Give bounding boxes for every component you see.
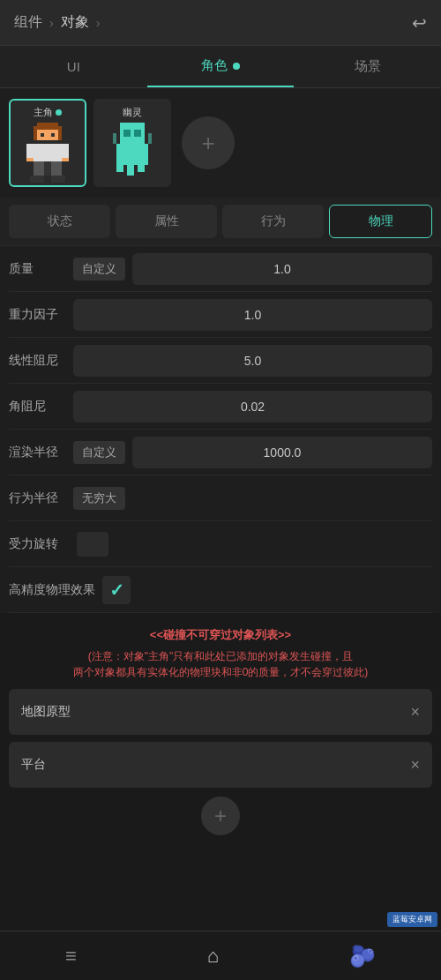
physics-properties: 质量 自定义 1.0 重力因子 1.0 线性阻尼 5.0 角阻尼 0.02 渲染… <box>0 246 441 613</box>
angular-damping-row: 角阻尼 0.02 <box>9 384 432 430</box>
render-radius-label: 渲染半径 <box>9 445 66 460</box>
character-label-main: 主角 <box>14 106 81 119</box>
rotation-force-toggle[interactable] <box>77 532 108 557</box>
rotation-force-label: 受力旋转 <box>9 536 66 552</box>
character-list: 主角 <box>0 88 441 198</box>
breadcrumb-arrow-2: › <box>96 16 101 30</box>
linear-damping-label: 线性阻尼 <box>9 353 66 369</box>
checkmark-icon: ✓ <box>109 580 124 601</box>
high-precision-row: 高精度物理效果 ✓ <box>9 567 432 613</box>
high-precision-label: 高精度物理效果 <box>9 582 95 598</box>
svg-rect-23 <box>113 133 116 144</box>
tab-behavior[interactable]: 行为 <box>222 205 324 238</box>
breadcrumb-item-1[interactable]: 组件 <box>14 13 42 32</box>
svg-rect-13 <box>44 161 51 176</box>
avatar-icon[interactable]: 🫐 <box>349 944 376 969</box>
main-sprite-svg <box>26 123 69 183</box>
svg-rect-7 <box>62 144 69 158</box>
behavior-radius-badge[interactable]: 无穷大 <box>73 487 125 510</box>
mass-value[interactable]: 1.0 <box>132 253 432 285</box>
ghost-sprite-svg <box>113 123 152 183</box>
svg-rect-15 <box>51 176 65 183</box>
svg-rect-17 <box>116 144 148 165</box>
tab-physics[interactable]: 物理 <box>329 205 432 238</box>
gravity-label: 重力因子 <box>9 307 66 323</box>
svg-rect-2 <box>37 130 58 140</box>
svg-rect-3 <box>41 133 44 137</box>
add-collision-object-button[interactable]: + <box>201 797 240 835</box>
svg-rect-12 <box>51 161 62 176</box>
collision-object-list: 地图原型 × 平台 × <box>0 689 441 788</box>
collision-title: <<碰撞不可穿过对象列表>> <box>9 627 432 643</box>
high-precision-checkbox[interactable]: ✓ <box>102 576 131 604</box>
mass-badge[interactable]: 自定义 <box>73 258 125 281</box>
behavior-radius-label: 行为半径 <box>9 490 66 506</box>
behavior-radius-row: 行为半径 无穷大 <box>9 475 432 521</box>
svg-rect-8 <box>26 158 34 161</box>
svg-rect-20 <box>138 165 145 172</box>
tab-character[interactable]: 角色 <box>147 46 295 87</box>
watermark: 蓝莓安卓网 <box>387 912 437 927</box>
add-character-button[interactable]: + <box>182 116 235 169</box>
linear-damping-value[interactable]: 5.0 <box>73 345 432 377</box>
collision-object-1-name: 地图原型 <box>21 704 71 720</box>
svg-rect-9 <box>62 158 69 161</box>
tab-state[interactable]: 状态 <box>9 205 110 238</box>
breadcrumb-arrow-1: › <box>49 16 54 30</box>
home-icon[interactable]: ⌂ <box>207 945 219 968</box>
svg-rect-14 <box>30 176 44 183</box>
breadcrumb-bar: 组件 › 对象 › ↩ <box>0 0 441 46</box>
ghost-char-sprite <box>106 123 159 183</box>
collision-object-2: 平台 × <box>9 742 432 788</box>
sub-tab-bar: 状态 属性 行为 物理 <box>0 198 441 246</box>
svg-rect-5 <box>34 144 62 161</box>
collision-desc: (注意：对象"主角"只有和此处已添加的对象发生碰撞，且两个对象都具有实体化的物理… <box>9 648 432 680</box>
angular-damping-label: 角阻尼 <box>9 399 66 415</box>
svg-rect-18 <box>116 165 123 172</box>
collision-info-section: <<碰撞不可穿过对象列表>> (注意：对象"主角"只有和此处已添加的对象发生碰撞… <box>0 613 441 689</box>
collision-object-2-remove[interactable]: × <box>410 756 420 774</box>
svg-rect-4 <box>51 133 55 137</box>
svg-rect-19 <box>127 165 134 176</box>
main-char-dot <box>56 109 62 116</box>
svg-rect-24 <box>148 133 152 144</box>
tab-ui[interactable]: UI <box>0 46 147 87</box>
svg-rect-11 <box>34 161 44 176</box>
render-radius-badge[interactable]: 自定义 <box>73 441 125 464</box>
breadcrumb-item-2[interactable]: 对象 <box>61 13 89 32</box>
main-char-sprite <box>21 123 74 183</box>
angular-damping-value[interactable]: 0.02 <box>73 391 432 423</box>
character-card-ghost[interactable]: 幽灵 <box>93 99 171 187</box>
mass-label: 质量 <box>9 261 66 277</box>
menu-icon[interactable]: ≡ <box>65 945 77 968</box>
tab-character-dot <box>233 63 240 70</box>
collision-object-2-name: 平台 <box>21 757 46 773</box>
mass-row: 质量 自定义 1.0 <box>9 246 432 292</box>
svg-rect-0 <box>37 123 58 126</box>
tab-attr[interactable]: 属性 <box>116 205 217 238</box>
character-label-ghost: 幽灵 <box>99 106 166 119</box>
render-radius-row: 渲染半径 自定义 1000.0 <box>9 430 432 475</box>
svg-rect-22 <box>134 130 141 137</box>
character-card-main[interactable]: 主角 <box>9 99 86 187</box>
bottom-nav: ≡ ⌂ 🫐 <box>0 931 441 980</box>
rotation-force-row: 受力旋转 <box>9 521 432 567</box>
tab-scene[interactable]: 场景 <box>294 46 441 87</box>
collision-object-1: 地图原型 × <box>9 689 432 735</box>
main-tab-bar: UI 角色 场景 <box>0 46 441 88</box>
gravity-value[interactable]: 1.0 <box>73 299 432 331</box>
linear-damping-row: 线性阻尼 5.0 <box>9 338 432 384</box>
collision-object-1-remove[interactable]: × <box>410 703 420 722</box>
gravity-row: 重力因子 1.0 <box>9 292 432 338</box>
share-icon[interactable]: ↩ <box>412 12 427 34</box>
svg-rect-21 <box>123 130 131 137</box>
render-radius-value[interactable]: 1000.0 <box>132 437 432 468</box>
svg-rect-6 <box>26 144 34 158</box>
